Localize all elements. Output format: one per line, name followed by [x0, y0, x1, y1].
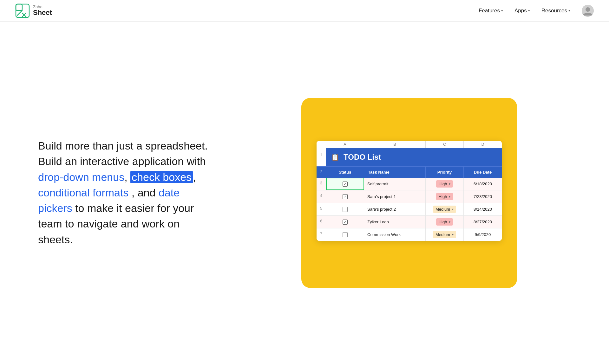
table-row: 7 Commission Work Medium ▾ 9/9/2020: [317, 228, 502, 241]
header-row-num: 2: [317, 167, 326, 178]
status-cell[interactable]: ✓: [326, 190, 364, 203]
table-row: 6 ✓ Zylker Logo High ▾ 8/27/2020: [317, 216, 502, 228]
status-cell[interactable]: ✓: [326, 178, 364, 190]
header-priority: Priority: [426, 167, 464, 178]
row-num: 6: [317, 216, 326, 228]
col-header-b: B: [364, 141, 426, 148]
right-panel: A B C D 1 📋 TODO List 2 Status: [216, 98, 584, 288]
due-date-cell: 9/9/2020: [464, 228, 502, 241]
row-num: 7: [317, 228, 326, 241]
table-row: 5 Sara's project 2 Medium ▾ 8/14/2020: [317, 203, 502, 216]
title-row: 1 📋 TODO List: [317, 148, 502, 166]
priority-cell[interactable]: High ▾: [426, 216, 464, 228]
checkbox[interactable]: [343, 232, 348, 237]
sheet-rows: 3 ✓ Self protrait High ▾ 6/18/2020 4 ✓ S…: [317, 178, 502, 241]
status-cell[interactable]: ✓: [326, 216, 364, 228]
hero-and: , and: [128, 187, 159, 199]
hero-text: Build more than just a spreadsheet. Buil…: [38, 138, 216, 247]
checkbox[interactable]: [343, 207, 348, 212]
checkbox[interactable]: ✓: [343, 182, 348, 187]
due-date-cell: 6/18/2020: [464, 178, 502, 190]
hero-comma1: ,: [124, 171, 130, 183]
logo-text: Zoho Sheet: [33, 4, 52, 17]
header-taskname: Task Name: [364, 167, 426, 178]
chevron-down-icon: ▾: [568, 9, 570, 13]
nav-apps[interactable]: Apps ▾: [514, 8, 530, 14]
priority-badge: High ▾: [436, 218, 453, 226]
row-1-num: 1: [317, 148, 326, 166]
user-avatar[interactable]: [582, 5, 594, 17]
hero-text-before: Build more than just a spreadsheet. Buil…: [38, 140, 208, 167]
chevron-down-icon: ▾: [501, 9, 503, 13]
header-status: Status: [326, 167, 364, 178]
link-conditional-formats[interactable]: conditional formats: [38, 187, 128, 199]
nav-links: Features ▾ Apps ▾ Resources ▾: [479, 5, 594, 17]
table-row: 3 ✓ Self protrait High ▾ 6/18/2020: [317, 178, 502, 190]
nav-features[interactable]: Features ▾: [479, 8, 503, 14]
due-date-cell: 7/23/2020: [464, 190, 502, 203]
task-name-cell: Sara's project 1: [364, 190, 426, 203]
dropdown-chevron-icon: ▾: [449, 220, 450, 224]
priority-badge: Medium ▾: [433, 231, 456, 238]
col-header-a: A: [326, 141, 364, 148]
priority-label: Medium: [435, 207, 450, 212]
col-headers-row: A B C D: [317, 141, 502, 148]
priority-cell[interactable]: Medium ▾: [426, 203, 464, 215]
priority-label: Medium: [435, 232, 450, 237]
zoho-sheet-logo-icon: [15, 3, 30, 18]
link-dropdown-menus[interactable]: drop-down menus: [38, 171, 124, 183]
yellow-card: A B C D 1 📋 TODO List 2 Status: [301, 98, 517, 288]
row-num: 3: [317, 178, 326, 190]
checkbox[interactable]: ✓: [343, 220, 348, 225]
task-name-cell: Self protrait: [364, 178, 426, 190]
dropdown-chevron-icon: ▾: [449, 182, 450, 186]
col-header-c: C: [426, 141, 464, 148]
svg-rect-1: [16, 4, 22, 10]
header-row: 2 Status Task Name Priority Due Date: [317, 166, 502, 178]
table-row: 4 ✓ Sara's project 1 High ▾ 7/23/2020: [317, 190, 502, 203]
status-cell[interactable]: [326, 203, 364, 215]
col-header-rownum: [317, 141, 326, 148]
col-header-d: D: [464, 141, 502, 148]
priority-label: High: [439, 194, 447, 199]
logo[interactable]: Zoho Sheet: [15, 3, 52, 18]
due-date-cell: 8/14/2020: [464, 203, 502, 215]
row-num: 5: [317, 203, 326, 215]
sheet-title-cell: 📋 TODO List: [326, 148, 502, 166]
dropdown-chevron-icon: ▾: [452, 208, 454, 211]
status-cell[interactable]: [326, 228, 364, 241]
main-content: Build more than just a spreadsheet. Buil…: [0, 22, 609, 364]
priority-cell[interactable]: High ▾: [426, 178, 464, 190]
checkbox[interactable]: ✓: [343, 194, 348, 199]
todo-list-icon: 📋: [331, 153, 339, 161]
priority-label: High: [439, 220, 447, 224]
task-name-cell: Zylker Logo: [364, 216, 426, 228]
due-date-cell: 8/27/2020: [464, 216, 502, 228]
dropdown-chevron-icon: ▾: [452, 233, 454, 236]
priority-badge: High ▾: [436, 193, 453, 200]
hero-comma2: ,: [193, 171, 196, 183]
dropdown-chevron-icon: ▾: [449, 195, 450, 198]
row-num: 4: [317, 190, 326, 203]
sheet-title-text: TODO List: [344, 153, 381, 162]
priority-cell[interactable]: High ▾: [426, 190, 464, 203]
priority-badge: High ▾: [436, 180, 453, 188]
priority-badge: Medium ▾: [433, 206, 456, 213]
task-name-cell: Sara's project 2: [364, 203, 426, 215]
link-checkboxes[interactable]: check boxes: [130, 171, 193, 183]
header-duedate: Due Date: [464, 167, 502, 178]
task-name-cell: Commission Work: [364, 228, 426, 241]
svg-point-3: [586, 7, 590, 12]
priority-cell[interactable]: Medium ▾: [426, 228, 464, 241]
priority-label: High: [439, 182, 447, 186]
nav-resources[interactable]: Resources ▾: [541, 8, 570, 14]
spreadsheet: A B C D 1 📋 TODO List 2 Status: [317, 141, 502, 241]
chevron-down-icon: ▾: [528, 9, 530, 13]
